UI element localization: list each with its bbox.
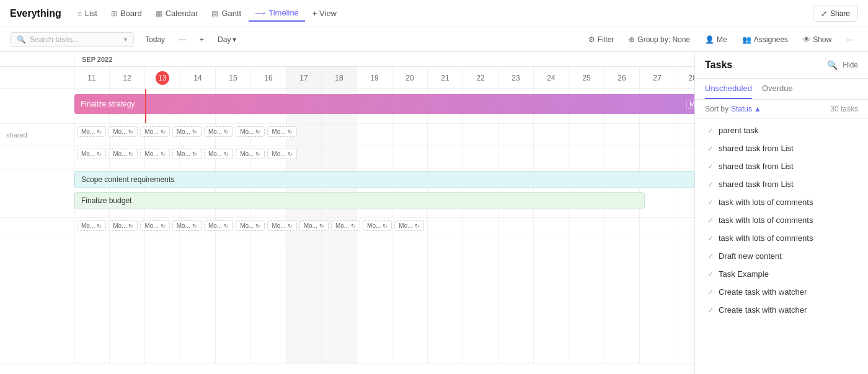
next-button[interactable]: +	[195, 33, 209, 46]
task-check-3[interactable]: ✓	[707, 180, 714, 189]
shared-chip-1[interactable]: Mo...↻	[108, 126, 138, 137]
chip-r2-6[interactable]: Mo...↻	[267, 220, 296, 231]
task-check-10[interactable]: ✓	[707, 306, 714, 315]
shared-chip-2[interactable]: Mo...↻	[140, 126, 169, 137]
chip-r1-0[interactable]: Mo...↻	[77, 149, 106, 159]
task-name-10: Create task with watcher	[719, 305, 807, 315]
shared-chip-4[interactable]: Mo...↻	[204, 126, 233, 137]
chip-r2-recur-icon: ↻	[319, 223, 324, 229]
filter-icon: ⚙	[588, 35, 595, 44]
add-view-button[interactable]: + View	[306, 6, 343, 21]
task-item-4[interactable]: ✓ task with lots of comments	[698, 193, 866, 211]
task-name-6: task with lots of comments	[719, 233, 813, 243]
show-button[interactable]: 👁 Show	[798, 33, 836, 46]
me-button[interactable]: 👤 Me	[700, 33, 732, 46]
chip-r2-9[interactable]: Mo...↻	[363, 220, 392, 231]
task-check-1[interactable]: ✓	[707, 144, 714, 153]
search-box[interactable]: 🔍 Search tasks... ▾	[10, 32, 134, 47]
cell-16	[251, 240, 286, 363]
chip-r1-4[interactable]: Mo...↻	[204, 149, 233, 159]
chip-r2-5[interactable]: Mo...↻	[236, 220, 265, 231]
tab-list[interactable]: ≡ List	[71, 6, 104, 21]
finalize-budget-bar[interactable]: Finalize budget	[74, 192, 645, 209]
day-cell-14: 14	[180, 67, 216, 89]
shared-chip-0[interactable]: Mo...↻	[77, 126, 106, 137]
row-chips-1: Mo...↻Mo...↻Mo...↻Mo...↻Mo...↻Mo...↻Mo..…	[0, 146, 694, 168]
chip-recur-icon: ↻	[97, 129, 102, 135]
share-button[interactable]: ⤢ Share	[813, 6, 858, 22]
chip-r1-recur-icon: ↻	[255, 151, 260, 157]
prev-button[interactable]: —	[174, 33, 191, 46]
task-item-7[interactable]: ✓ Draft new content	[698, 247, 866, 265]
task-item-2[interactable]: ✓ shared task from List	[698, 157, 866, 175]
task-item-5[interactable]: ✓ task with lots of comments	[698, 211, 866, 229]
cell-26	[604, 240, 640, 363]
task-check-4[interactable]: ✓	[707, 198, 714, 207]
hide-button[interactable]: Hide	[843, 61, 858, 69]
left-panel-header	[0, 67, 74, 89]
chip-r1-2[interactable]: Mo...↻	[140, 149, 169, 159]
tab-gantt[interactable]: ▤ Gantt	[205, 6, 247, 21]
sort-label: Sort by	[705, 105, 728, 113]
assignees-button[interactable]: 👥 Assignees	[737, 33, 793, 46]
chip-r2-8[interactable]: Mo...↻	[331, 220, 360, 231]
chip-r1-recur-icon: ↻	[192, 151, 197, 157]
task-check-7[interactable]: ✓	[707, 252, 714, 261]
chip-end-1[interactable]: Mo... ↻	[686, 100, 694, 109]
chip-r2-4[interactable]: Mo...↻	[204, 220, 233, 231]
task-check-0[interactable]: ✓	[707, 126, 714, 135]
shared-chip-5[interactable]: Mo...↻	[236, 126, 265, 137]
chip-r1-3[interactable]: Mo...↻	[172, 149, 202, 159]
task-item-8[interactable]: ✓ Task Example	[698, 265, 866, 283]
sort-value[interactable]: Status ▲	[731, 105, 761, 113]
chip-r2-0[interactable]: Mo...↻	[77, 220, 106, 231]
day-cell-23: 23	[498, 67, 534, 89]
chip-r1-1[interactable]: Mo...↻	[108, 149, 138, 159]
task-name-0: parent task	[719, 126, 758, 135]
chip-r2-7[interactable]: Mo...↻	[299, 220, 329, 231]
chip-r2-3[interactable]: Mo...↻	[172, 220, 202, 231]
filter-button[interactable]: ⚙ Filter	[583, 33, 619, 46]
shared-chip-6[interactable]: Mo...↻	[267, 126, 296, 137]
task-check-9[interactable]: ✓	[707, 288, 714, 297]
tab-calendar[interactable]: ▦ Calendar	[149, 6, 205, 21]
chip-r2-1[interactable]: Mo...↻	[108, 220, 138, 231]
chip-r1-5[interactable]: Mo...↻	[236, 149, 265, 159]
tab-unscheduled[interactable]: Unscheduled	[705, 79, 752, 99]
chip-recur-icon: ↻	[255, 129, 260, 135]
shared-chip-3[interactable]: Mo...↻	[172, 126, 202, 137]
chip-r2-recur-icon: ↻	[161, 223, 166, 229]
chip-r2-10[interactable]: Mo...↻	[394, 220, 423, 231]
more-button[interactable]: ···	[841, 32, 858, 46]
scope-content-bar[interactable]: Scope content requirements	[74, 171, 694, 188]
top-nav: Everything ≡ List ⊞ Board ▦ Calendar ▤ G…	[0, 0, 868, 27]
task-check-8[interactable]: ✓	[707, 270, 714, 279]
task-item-0[interactable]: ✓ parent task	[698, 121, 866, 139]
task-name-7: Draft new content	[719, 251, 782, 261]
today-button[interactable]: Today	[140, 33, 170, 46]
chip-recur-icon: ↻	[192, 129, 197, 135]
task-check-6[interactable]: ✓	[707, 234, 714, 243]
task-check-5[interactable]: ✓	[707, 216, 714, 225]
finalize-strategy-bar[interactable]: Finalize strategy Mo... ↻ Mo... ↻ Mo... …	[74, 94, 694, 114]
row-finalize-strategy: Finalize strategy Mo... ↻ Mo... ↻ Mo... …	[0, 89, 694, 124]
task-item-10[interactable]: ✓ Create task with watcher	[698, 301, 866, 319]
task-check-2[interactable]: ✓	[707, 162, 714, 171]
tab-overdue[interactable]: Overdue	[762, 79, 793, 99]
chip-r1-6[interactable]: Mo...↻	[267, 149, 296, 159]
chip-r2-2[interactable]: Mo...↻	[140, 220, 169, 231]
day-select[interactable]: Day ▾	[213, 33, 241, 46]
task-item-9[interactable]: ✓ Create task with watcher	[698, 283, 866, 301]
search-panel-icon[interactable]: 🔍	[827, 60, 838, 70]
task-item-1[interactable]: ✓ shared task from List	[698, 139, 866, 157]
group-by-button[interactable]: ⊕ Group by: None	[624, 33, 695, 46]
task-item-3[interactable]: ✓ shared task from List	[698, 175, 866, 193]
today-num: 13	[156, 71, 169, 85]
timeline-rows: Finalize strategy Mo... ↻ Mo... ↻ Mo... …	[0, 89, 694, 374]
tab-timeline[interactable]: ⟶ Timeline	[249, 5, 305, 22]
row-scope: Scope content requirementsFinalize budge…	[0, 168, 694, 218]
day-cell-21: 21	[428, 67, 463, 89]
task-item-6[interactable]: ✓ task with lots of comments	[698, 229, 866, 247]
tab-board[interactable]: ⊞ Board	[105, 6, 148, 21]
day-cell-19: 19	[357, 67, 392, 89]
